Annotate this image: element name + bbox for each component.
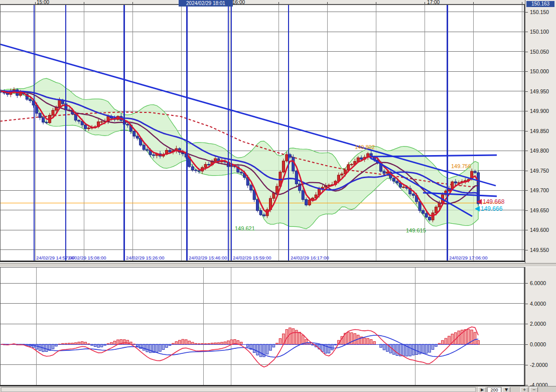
- price-tick-label: 149.700: [530, 187, 549, 193]
- timestamp-label: 24/02/29 16:17:00: [291, 255, 329, 260]
- axis-tick: [525, 91, 528, 92]
- axis-tick: [525, 151, 528, 151]
- zoom-in-button[interactable]: +: [520, 387, 528, 392]
- axis-tick: [525, 32, 528, 32]
- oscillator-axis: 6.00004.00002.00000.0000-2.0000-4.0000: [525, 267, 556, 392]
- price-tick-label: 149.650: [530, 207, 549, 213]
- timestamp-label: 24/02/29 15:26:00: [126, 255, 165, 260]
- axis-tick: [525, 131, 528, 132]
- annotation-label: 149.621: [235, 225, 255, 231]
- axis-tick: [525, 304, 528, 304]
- price-tick-label: 149.950: [530, 88, 549, 94]
- osc-tick-label: 2.0000: [530, 321, 546, 327]
- osc-tick-label: 0.0000: [530, 341, 546, 347]
- axis-tick: [525, 230, 528, 230]
- price-tick-label: 150.150: [530, 9, 549, 15]
- price-tick-label: 149.800: [530, 148, 549, 154]
- bottom-toolbar: ▶ 200 ▼ + −: [0, 386, 556, 392]
- axis-tick: [525, 210, 528, 211]
- axis-tick: [525, 171, 528, 171]
- main-price-chart[interactable]: 15:0016:0017:0024/02/29 14:57:0024/02/29…: [0, 0, 525, 263]
- timestamp-label: 24/02/29 17:06:00: [449, 255, 488, 260]
- scale-max-badge: 150.163: [526, 1, 554, 7]
- annotation-label: 149.615: [406, 227, 426, 233]
- axis-tick: [525, 324, 528, 324]
- axis-tick: [525, 283, 528, 284]
- panel-splitter[interactable]: [0, 263, 556, 267]
- axis-tick: [525, 250, 528, 250]
- horizontal-scrollbar[interactable]: [1, 387, 476, 392]
- timestamp-label: 24/02/29 15:59:00: [233, 255, 271, 260]
- axis-tick: [525, 12, 528, 13]
- dropdown-button[interactable]: ▼: [502, 387, 510, 392]
- zoom-out-button[interactable]: −: [530, 387, 538, 392]
- bar-count-field[interactable]: 200: [487, 387, 501, 392]
- osc-tick-label: 6.0000: [530, 280, 546, 286]
- osc-tick-label: 4.0000: [530, 301, 546, 307]
- price-tick-label: 149.550: [530, 247, 549, 253]
- axis-tick: [525, 52, 528, 52]
- price-tick-label: 150.100: [530, 29, 549, 35]
- trading-chart-window: 15:0016:0017:0024/02/29 14:57:0024/02/29…: [0, 0, 556, 392]
- price-tick-label: 150.000: [530, 68, 549, 74]
- price-axis: 150.163 150.150150.100150.050150.000149.…: [525, 0, 556, 263]
- price-tick-label: 150.050: [530, 49, 549, 55]
- osc-tick-label: -2.0000: [530, 362, 548, 368]
- oscillator-chart[interactable]: [0, 267, 525, 386]
- price-tick-label: 149.600: [530, 227, 549, 233]
- axis-tick: [525, 365, 528, 365]
- timestamp-label: 24/02/29 15:46:00: [189, 255, 227, 260]
- scroll-right-button[interactable]: ▶: [478, 387, 486, 392]
- price-marker-label: 149.668: [483, 198, 505, 205]
- timestamp-label: 24/02/29 15:08:00: [68, 255, 106, 260]
- axis-tick: [525, 190, 528, 191]
- axis-tick: [525, 344, 528, 345]
- annotation-label: 149.756: [451, 163, 471, 169]
- annotation-label: 149.802: [355, 144, 375, 150]
- price-tick-label: 149.900: [530, 108, 549, 114]
- datetime-badge: 2024/02/29 18:01: [179, 0, 233, 7]
- axis-tick: [525, 71, 528, 72]
- price-tick-label: 149.750: [530, 168, 549, 174]
- price-marker-label: 149.666: [481, 205, 503, 212]
- axis-tick: [525, 111, 528, 111]
- price-tick-label: 149.850: [530, 128, 549, 134]
